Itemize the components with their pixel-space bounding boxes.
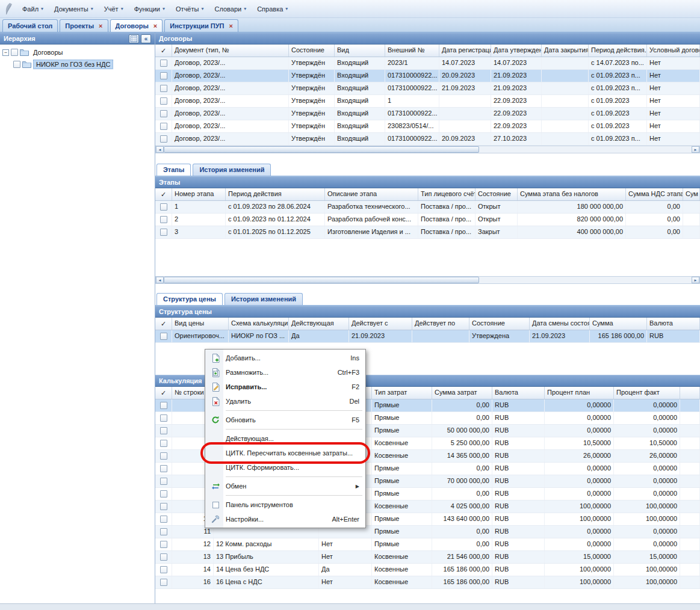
column-header[interactable]: Сумма bbox=[590, 318, 647, 330]
bottom-scrollbar[interactable] bbox=[0, 603, 700, 610]
menubar-item[interactable]: Справка▾ bbox=[252, 3, 293, 15]
context-menu-item[interactable]: ЦИТК. Пересчитать косвенные затраты... bbox=[206, 446, 364, 460]
row-checkbox[interactable] bbox=[160, 452, 167, 460]
tree-item[interactable]: −Договоры bbox=[0, 46, 155, 58]
column-header[interactable]: Процент факт bbox=[614, 387, 680, 399]
tree-checkbox[interactable] bbox=[11, 49, 18, 56]
context-menu-item[interactable]: Панель инструментов bbox=[206, 498, 364, 512]
tab-close-icon[interactable]: × bbox=[99, 23, 102, 29]
section-tab[interactable]: Структура цены bbox=[156, 293, 223, 305]
row-checkbox[interactable] bbox=[160, 490, 167, 498]
section-tab[interactable]: История изменений bbox=[225, 293, 303, 305]
hierarchy-collapse-button[interactable]: « bbox=[141, 34, 151, 43]
context-menu-item[interactable]: Исправить...F2 bbox=[206, 380, 364, 394]
row-checkbox[interactable] bbox=[160, 216, 167, 223]
column-header[interactable]: Внешний № bbox=[385, 45, 439, 57]
column-header[interactable]: Дата регистрации. bbox=[439, 45, 491, 57]
context-menu-item[interactable]: Настройки...Alt+Enter bbox=[206, 512, 364, 526]
column-header[interactable] bbox=[680, 387, 700, 399]
menubar-item[interactable]: Файл▾ bbox=[17, 3, 49, 15]
main-tab[interactable]: Инструкции ПУП× bbox=[164, 19, 238, 32]
section-tab[interactable]: Этапы bbox=[156, 164, 191, 176]
tree-item[interactable]: НИОКР по ГОЗ без НДС bbox=[0, 58, 155, 70]
main-tab[interactable]: Договоры× bbox=[110, 19, 163, 32]
column-header[interactable]: Сумма НДС этапа bbox=[626, 188, 683, 200]
column-header[interactable]: Сум bbox=[683, 188, 700, 200]
column-header[interactable]: Вид bbox=[335, 45, 385, 57]
main-tab[interactable]: Рабочий стол bbox=[2, 19, 58, 32]
column-header[interactable]: Состояние bbox=[475, 188, 518, 200]
context-menu-item[interactable]: ЦИТК. Сформировать... bbox=[206, 460, 364, 475]
table-row[interactable]: 1с 01.09.2023 по 28.06.2024Разработка те… bbox=[155, 201, 700, 214]
menubar-item[interactable]: Документы▾ bbox=[49, 3, 99, 15]
scroll-thumb[interactable] bbox=[164, 277, 479, 283]
row-checkbox[interactable] bbox=[160, 541, 167, 548]
tree-checkbox[interactable] bbox=[13, 61, 20, 68]
column-header[interactable]: Валюта bbox=[647, 318, 700, 330]
column-header[interactable]: Документ (тип, № bbox=[172, 45, 289, 57]
context-menu-item[interactable]: ОбновитьF5 bbox=[206, 413, 364, 427]
row-checkbox[interactable] bbox=[160, 60, 167, 67]
scroll-left-icon[interactable]: ◄ bbox=[156, 146, 164, 153]
table-row[interactable]: Договор, 2023/...УтверждёнВходящий017310… bbox=[155, 108, 700, 120]
table-row[interactable]: Ориентировоч...НИОКР по ГОЗ ...Да21.09.2… bbox=[155, 330, 700, 343]
row-checkbox[interactable] bbox=[160, 516, 167, 523]
table-row[interactable]: 1616 Цена с НДСНетКосвенные165 186 000,0… bbox=[155, 576, 700, 589]
column-header[interactable]: Валюта bbox=[492, 387, 545, 399]
column-header[interactable]: Вид цены bbox=[172, 318, 229, 330]
context-menu-item[interactable]: Размножить...Ctrl+F3 bbox=[206, 365, 364, 380]
menubar-item[interactable]: Учёт▾ bbox=[99, 3, 129, 15]
row-checkbox[interactable] bbox=[160, 203, 167, 211]
row-checkbox[interactable] bbox=[160, 135, 167, 143]
main-tab[interactable]: Проекты× bbox=[60, 19, 108, 32]
table-row[interactable]: 1414 Цена без НДСДаКосвенные165 186 000,… bbox=[155, 564, 700, 576]
row-checkbox[interactable] bbox=[160, 85, 167, 92]
menubar-item[interactable]: Словари▾ bbox=[209, 3, 252, 15]
row-checkbox[interactable] bbox=[160, 478, 167, 485]
table-row[interactable]: 2с 01.09.2023 по 01.12.2024Разработка ра… bbox=[155, 214, 700, 226]
column-header[interactable]: Период действия bbox=[226, 188, 325, 200]
row-checkbox[interactable] bbox=[160, 333, 167, 340]
column-header[interactable]: Дата закрытия bbox=[542, 45, 589, 57]
row-checkbox[interactable] bbox=[160, 465, 167, 472]
column-header[interactable]: Действует по bbox=[412, 318, 469, 330]
column-header[interactable]: Состояние bbox=[469, 318, 530, 330]
column-header[interactable]: Тип лицевого счёт bbox=[418, 188, 475, 200]
column-header[interactable]: Действует с bbox=[349, 318, 412, 330]
tab-close-icon[interactable]: × bbox=[153, 23, 157, 29]
row-checkbox[interactable] bbox=[160, 503, 167, 510]
column-header[interactable]: Действующая bbox=[289, 318, 349, 330]
hierarchy-grid-button[interactable] bbox=[129, 34, 139, 43]
column-header[interactable]: Процент план bbox=[545, 387, 614, 399]
column-header[interactable]: Схема калькуляци bbox=[229, 318, 289, 330]
context-menu-item[interactable]: Обмен▶ bbox=[206, 479, 364, 493]
scroll-left-icon[interactable]: ◄ bbox=[156, 277, 164, 283]
row-checkbox[interactable] bbox=[160, 123, 167, 130]
column-header[interactable]: Дата смены состоя bbox=[530, 318, 590, 330]
column-header[interactable]: Тип затрат bbox=[372, 387, 432, 399]
column-header[interactable]: Период действия... bbox=[589, 45, 647, 57]
row-checkbox[interactable] bbox=[160, 402, 167, 409]
column-header[interactable]: Условный догово bbox=[647, 45, 700, 57]
table-row[interactable]: Договор, 2023/...УтверждёнВходящий017310… bbox=[155, 82, 700, 95]
column-header[interactable]: Дата утверждения bbox=[491, 45, 542, 57]
scroll-right-icon[interactable]: ► bbox=[692, 146, 699, 153]
row-checkbox[interactable] bbox=[160, 72, 167, 79]
menubar-item[interactable]: Функции▾ bbox=[129, 3, 170, 15]
row-checkbox[interactable] bbox=[160, 110, 167, 117]
row-checkbox[interactable] bbox=[160, 229, 167, 236]
table-row[interactable]: 1212 Комм. расходыНетПрямые0,00RUB0,0000… bbox=[155, 538, 700, 551]
column-header[interactable]: Сумма затрат bbox=[432, 387, 492, 399]
tree-expander-icon[interactable]: − bbox=[2, 49, 9, 56]
contracts-hscrollbar[interactable]: ◄ ► bbox=[155, 146, 700, 153]
row-checkbox[interactable] bbox=[160, 553, 167, 561]
menubar-item[interactable]: Отчёты▾ bbox=[170, 3, 209, 15]
column-header[interactable]: Номер этапа bbox=[172, 188, 226, 200]
row-checkbox[interactable] bbox=[160, 427, 167, 434]
row-checkbox[interactable] bbox=[160, 97, 167, 105]
table-row[interactable]: Договор, 2023/...УтверждёнВходящий122.09… bbox=[155, 95, 700, 108]
row-checkbox[interactable] bbox=[160, 440, 167, 447]
context-menu-item[interactable]: Действующая... bbox=[206, 431, 364, 446]
section-tab[interactable]: История изменений bbox=[193, 164, 271, 176]
column-header[interactable]: Сумма этапа без налогов bbox=[518, 188, 626, 200]
